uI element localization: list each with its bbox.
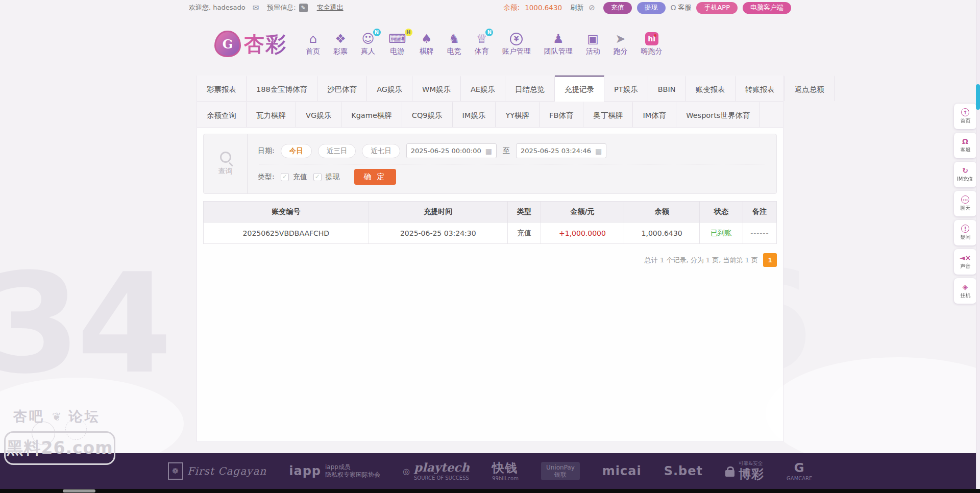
type-filter-row: 类型: 充值 提现 确 定 bbox=[258, 164, 766, 190]
page-1-button[interactable]: 1 bbox=[763, 253, 777, 267]
rail-idle-button[interactable]: ◈ 挂机 bbox=[954, 278, 976, 304]
calendar-icon[interactable]: ▦ bbox=[485, 147, 492, 155]
tab-fb-sports[interactable]: FB体育 bbox=[540, 102, 583, 127]
hi-logo-icon: hi bbox=[645, 32, 658, 45]
withdraw-button[interactable]: 提现 bbox=[637, 2, 666, 14]
nav-item-team[interactable]: ♟ 团队管理 bbox=[540, 32, 577, 56]
balance-label: 余额: bbox=[504, 3, 520, 12]
gamepad-icon: ⌨H bbox=[388, 32, 406, 45]
nav-item-promo[interactable]: ▣ 活动 bbox=[581, 32, 605, 56]
hot-badge: H bbox=[405, 29, 412, 36]
tab-wm[interactable]: WM娱乐 bbox=[412, 76, 461, 101]
rail-question-button[interactable]: ! 疑问 bbox=[954, 220, 976, 245]
tab-daily-summary[interactable]: 日结总览 bbox=[505, 76, 555, 101]
date-filter-row: 日期: 今日 近三日 近七日 ▦ 至 ▦ bbox=[258, 138, 766, 164]
tab-yy-cards[interactable]: YY棋牌 bbox=[496, 102, 540, 127]
tab-im[interactable]: IM娱乐 bbox=[453, 102, 496, 127]
logout-link[interactable]: 安全退出 bbox=[317, 3, 344, 12]
quick-today-button[interactable]: 今日 bbox=[281, 144, 312, 158]
date-from-field[interactable]: ▦ bbox=[406, 143, 497, 158]
rail-sound-button[interactable]: ◄× 声音 bbox=[954, 249, 976, 275]
nav-item-paofen[interactable]: ➤ 跑分 bbox=[609, 32, 632, 56]
brand-logo[interactable]: G 杏彩 bbox=[214, 30, 287, 58]
lock-icon bbox=[725, 470, 734, 477]
nav-item-egames[interactable]: ⌨H 电游 bbox=[384, 32, 411, 56]
floating-rail: ↑ 首页 Ω 客服 ↻ IM充值 ⋯ 聊天 ! 疑问 ◄× 声音 ◈ 挂机 bbox=[954, 104, 976, 304]
col-header-id: 账变编号 bbox=[204, 202, 369, 223]
tab-balance-query[interactable]: 余额查询 bbox=[197, 102, 247, 127]
tab-vg[interactable]: VG娱乐 bbox=[296, 102, 341, 127]
date-label: 日期: bbox=[258, 146, 275, 156]
logo-unionpay: UnionPay 银联 bbox=[541, 462, 580, 481]
tab-wali-cards[interactable]: 瓦力棋牌 bbox=[247, 102, 296, 127]
nav-item-account[interactable]: ¥ 账户管理 bbox=[498, 33, 535, 56]
nav-item-esports[interactable]: ♞ 电竞 bbox=[443, 32, 466, 56]
tab-aoding-cards[interactable]: 奥丁棋牌 bbox=[583, 102, 633, 127]
deposit-button[interactable]: 充值 bbox=[603, 2, 632, 14]
tab-pt[interactable]: PT娱乐 bbox=[604, 76, 648, 101]
tab-rebate-total[interactable]: 返点总额 bbox=[785, 76, 835, 101]
flourish-icon: ❦ bbox=[52, 410, 61, 423]
customer-service-link[interactable]: Ω 客服 bbox=[671, 3, 692, 12]
logo-99bill: 快钱 99bill.com bbox=[492, 460, 519, 482]
horizontal-scrollbar-thumb[interactable] bbox=[63, 489, 95, 492]
rail-im-recharge-button[interactable]: ↻ IM充值 bbox=[954, 162, 976, 187]
tab-ae[interactable]: AE娱乐 bbox=[461, 76, 505, 101]
date-from-input[interactable] bbox=[411, 147, 481, 155]
cell-record-id: 20250625VBDBAAFCHD bbox=[204, 223, 369, 244]
calendar-icon[interactable]: ▦ bbox=[595, 147, 602, 155]
chat-bubble-icon: ⋯ bbox=[961, 195, 969, 204]
edit-icon[interactable]: ✎ bbox=[299, 4, 308, 12]
nav-item-lottery[interactable]: ❖ 彩票 bbox=[329, 32, 352, 56]
col-header-amount: 金额/元 bbox=[541, 202, 624, 223]
tab-saba-sports[interactable]: 沙巴体育 bbox=[317, 76, 367, 101]
tab-account-change-report[interactable]: 账变报表 bbox=[686, 76, 736, 101]
horizontal-scrollbar-track[interactable] bbox=[0, 489, 980, 493]
customer-service-label: 客服 bbox=[678, 3, 691, 12]
rail-chat-button[interactable]: ⋯ 聊天 bbox=[954, 191, 976, 216]
tab-lottery-report[interactable]: 彩票报表 bbox=[197, 76, 247, 101]
eye-off-icon[interactable]: ⊘ bbox=[589, 3, 595, 12]
balance-value: 1000.6430 bbox=[525, 4, 562, 12]
tab-transfer-report[interactable]: 转账报表 bbox=[736, 76, 785, 101]
background-number-left: 34 bbox=[0, 255, 168, 393]
tab-im-sports[interactable]: IM体育 bbox=[633, 102, 676, 127]
nav-item-home[interactable]: ⌂ 首页 bbox=[301, 32, 325, 56]
tab-bbin[interactable]: BBIN bbox=[648, 76, 686, 101]
nav-item-live[interactable]: ☺N 真人 bbox=[356, 32, 380, 56]
date-to-input[interactable] bbox=[521, 147, 591, 155]
quick-7days-button[interactable]: 近七日 bbox=[362, 144, 400, 158]
nav-item-hi-paofen[interactable]: hi 嗨跑分 bbox=[636, 32, 667, 56]
cell-status: 已到账 bbox=[700, 223, 743, 244]
logo-playtech: ◎ playtech SOURCE OF SUCCESS bbox=[403, 460, 470, 481]
confirm-button[interactable]: 确 定 bbox=[354, 169, 396, 185]
nav-item-cards[interactable]: ♠ 棋牌 bbox=[415, 32, 438, 56]
cell-time: 2025-06-25 03:24:30 bbox=[369, 223, 507, 244]
date-to-field[interactable]: ▦ bbox=[516, 143, 606, 158]
col-header-balance: 余额 bbox=[624, 202, 699, 223]
new-badge: N bbox=[373, 29, 381, 36]
tab-cq9[interactable]: CQ9娱乐 bbox=[402, 102, 453, 127]
logo-gamcare: G GAMCARE bbox=[787, 460, 812, 482]
mail-icon[interactable]: ✉ bbox=[253, 3, 259, 12]
primary-nav: ⌂ 首页 ❖ 彩票 ☺N 真人 ⌨H 电游 ♠ 棋牌 ♞ 电竞 bbox=[301, 32, 667, 56]
tab-wesports[interactable]: Wesports世界体育 bbox=[676, 102, 760, 127]
deposit-checkbox[interactable] bbox=[281, 173, 289, 181]
refresh-link[interactable]: 刷新 bbox=[570, 3, 583, 12]
vertical-scrollbar-track[interactable] bbox=[976, 0, 980, 489]
pc-client-button[interactable]: 电脑客户端 bbox=[743, 2, 791, 14]
tab-ag[interactable]: AG娱乐 bbox=[367, 76, 412, 101]
rail-service-button[interactable]: Ω 客服 bbox=[954, 133, 976, 158]
tab-deposit-withdraw-records[interactable]: 充提记录 bbox=[555, 76, 604, 102]
tab-kgame[interactable]: Kgame棋牌 bbox=[341, 102, 402, 127]
tab-188-sports[interactable]: 188金宝博体育 bbox=[247, 76, 317, 101]
vertical-scrollbar-thumb[interactable] bbox=[976, 84, 980, 110]
nav-item-sports[interactable]: ♕N 体育 bbox=[470, 32, 494, 56]
quick-3days-button[interactable]: 近三日 bbox=[318, 144, 356, 158]
rail-home-button[interactable]: ↑ 首页 bbox=[954, 104, 976, 129]
withdraw-checkbox[interactable] bbox=[313, 173, 322, 181]
welcome-text: 欢迎您, hadesado bbox=[189, 3, 246, 12]
gift-icon: ▣ bbox=[587, 32, 599, 45]
mobile-app-button[interactable]: 手机APP bbox=[696, 2, 738, 14]
watermark-title: 杏吧 ❦ 论坛 bbox=[13, 407, 100, 426]
